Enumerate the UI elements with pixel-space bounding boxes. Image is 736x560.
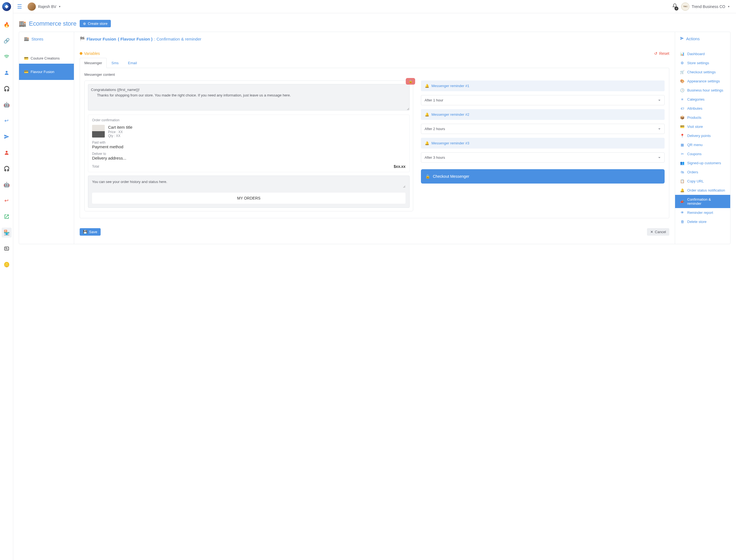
action-item[interactable]: 🎨Appearance settings: [675, 77, 730, 86]
dashboard-icon: 🏁: [80, 36, 85, 41]
save-label: Save: [89, 230, 97, 234]
my-orders-button[interactable]: MY ORDERS: [92, 193, 405, 204]
lock-icon: 🔒: [425, 174, 430, 179]
action-item[interactable]: ✂Coupons: [675, 149, 730, 158]
paid-with-value: Payment method: [92, 144, 405, 149]
order-confirmation-card: Order confirmation Cart item title Price…: [88, 115, 410, 172]
action-item[interactable]: 💳Visit store: [675, 122, 730, 131]
topbar: ☰ Rajesh BV ▾ 0 TBC Trend Business CO ▾: [13, 0, 736, 13]
action-item[interactable]: 📣Confirmation & reminder: [675, 195, 730, 208]
action-item[interactable]: 🛍Orders: [675, 168, 730, 177]
nav-fire-icon[interactable]: 🔥: [2, 20, 12, 30]
variables-button[interactable]: Variables: [80, 51, 100, 56]
action-label: Visit store: [687, 125, 703, 129]
save-icon: 💾: [83, 230, 87, 234]
user-left-dropdown[interactable]: Rajesh BV ▾: [28, 2, 60, 11]
action-icon: 📦: [680, 115, 684, 120]
action-item[interactable]: ▦QR menu: [675, 140, 730, 149]
history-box: MY ORDERS: [88, 176, 410, 208]
action-icon: ≡: [680, 97, 684, 101]
tab-panel: Messenger content 🔒 Order confirmation: [80, 68, 669, 218]
tab-email[interactable]: Email: [123, 58, 142, 68]
action-icon: 🗑: [680, 220, 684, 224]
reminder-select[interactable]: After 3 hours: [421, 152, 665, 163]
store-item-label: Couture Creations: [31, 56, 60, 60]
action-item[interactable]: 🏷Attributes: [675, 104, 730, 113]
message-textarea[interactable]: [88, 84, 410, 111]
action-item[interactable]: 📍Delivery points: [675, 131, 730, 140]
reminder-select[interactable]: After 2 hours: [421, 124, 665, 134]
cancel-button[interactable]: ✕ Cancel: [647, 228, 669, 236]
nav-reply-red-icon[interactable]: ↩: [2, 196, 12, 206]
action-icon: 📊: [680, 52, 684, 56]
cart-item-price: Price : XX: [108, 130, 132, 134]
reminder-label: Messenger reminder #2: [431, 112, 469, 117]
store-item-icon: 💳: [24, 70, 28, 74]
user-right-dropdown[interactable]: TBC Trend Business CO ▾: [681, 2, 729, 11]
action-label: Delivery points: [687, 134, 711, 138]
action-icon: ✂: [680, 152, 684, 156]
action-label: Appearance settings: [687, 79, 720, 83]
svg-point-0: [6, 71, 7, 73]
store-item-icon: 💳: [24, 56, 28, 60]
nav-wifi-icon[interactable]: [2, 52, 12, 62]
app-logo[interactable]: [2, 2, 11, 11]
action-item[interactable]: ⚙Store settings: [675, 58, 730, 68]
action-icon: 🛒: [680, 70, 684, 74]
store-item[interactable]: 💳Flavour Fusion: [19, 64, 74, 80]
reminder-select[interactable]: After 1 hour: [421, 95, 665, 105]
nav-reply-icon[interactable]: ↩: [2, 116, 12, 126]
nav-user-red-icon[interactable]: [2, 148, 12, 158]
plus-icon: ⊕: [83, 21, 86, 26]
history-textarea[interactable]: [92, 180, 405, 188]
action-icon: ▦: [680, 143, 684, 147]
total-label: Total: [92, 165, 99, 168]
nav-send-icon[interactable]: [2, 132, 12, 142]
checkout-messenger-button[interactable]: 🔒Checkout Messenger: [421, 169, 665, 184]
nav-link-icon[interactable]: 🔗: [2, 36, 12, 46]
save-button[interactable]: 💾 Save: [80, 228, 101, 236]
action-icon: 👁: [680, 211, 684, 215]
nav-user-icon[interactable]: [2, 68, 12, 78]
notifications-button[interactable]: 0: [672, 3, 677, 10]
caret-down-icon: ▾: [728, 5, 729, 8]
create-store-button[interactable]: ⊕ Create store: [80, 20, 111, 27]
action-item[interactable]: 📋Copy URL: [675, 177, 730, 186]
cart-item-title: Cart item title: [108, 125, 132, 130]
action-label: Products: [687, 115, 701, 120]
action-item[interactable]: 📊Dashboard: [675, 49, 730, 58]
nav-robot-icon[interactable]: 🤖: [2, 100, 12, 110]
cart-item-image: [92, 125, 105, 138]
nav-robot-red-icon[interactable]: 🤖: [2, 180, 12, 190]
nav-store-icon[interactable]: 🏪: [2, 228, 12, 238]
action-item[interactable]: 👁Reminder report: [675, 208, 730, 217]
nav-headset-icon[interactable]: 🎧: [2, 84, 12, 94]
action-item[interactable]: ≡Categories: [675, 95, 730, 104]
action-item[interactable]: 🗑Delete store: [675, 217, 730, 226]
tab-sms[interactable]: Sms: [107, 58, 123, 68]
messenger-preview: 🔒 Order confirmation Cart item title Pri…: [84, 80, 413, 211]
variables-label: Variables: [84, 51, 100, 56]
stores-heading: 🏬 Stores: [19, 32, 74, 45]
store-item[interactable]: 💳Couture Creations: [19, 53, 74, 64]
hamburger-icon[interactable]: ☰: [17, 3, 22, 10]
action-label: Confirmation & reminder: [687, 197, 725, 206]
action-item[interactable]: 🕒Business hour settings: [675, 86, 730, 95]
nav-headset-red-icon[interactable]: 🎧: [2, 164, 12, 174]
cart-item-qty: Qty : XX: [108, 134, 132, 138]
notif-badge: 0: [675, 7, 678, 10]
action-list: 📊Dashboard⚙Store settings🛒Checkout setti…: [675, 49, 730, 226]
stores-title: Stores: [31, 37, 43, 41]
action-icon: ⚙: [680, 61, 684, 65]
nav-share-icon[interactable]: [2, 212, 12, 222]
action-item[interactable]: 👥Signed-up customers: [675, 158, 730, 168]
bell-icon: 🔔: [425, 84, 429, 88]
paid-with-label: Paid with: [92, 141, 405, 144]
action-icon: 🎨: [680, 79, 684, 83]
action-item[interactable]: 🛒Checkout settings: [675, 68, 730, 77]
action-item[interactable]: 📦Products: [675, 113, 730, 122]
tab-messenger[interactable]: Messenger: [80, 58, 107, 68]
reset-button[interactable]: ↺ Reset: [654, 51, 669, 56]
action-item[interactable]: 🔔Order status notification: [675, 186, 730, 195]
nav-card-icon[interactable]: [2, 244, 12, 254]
